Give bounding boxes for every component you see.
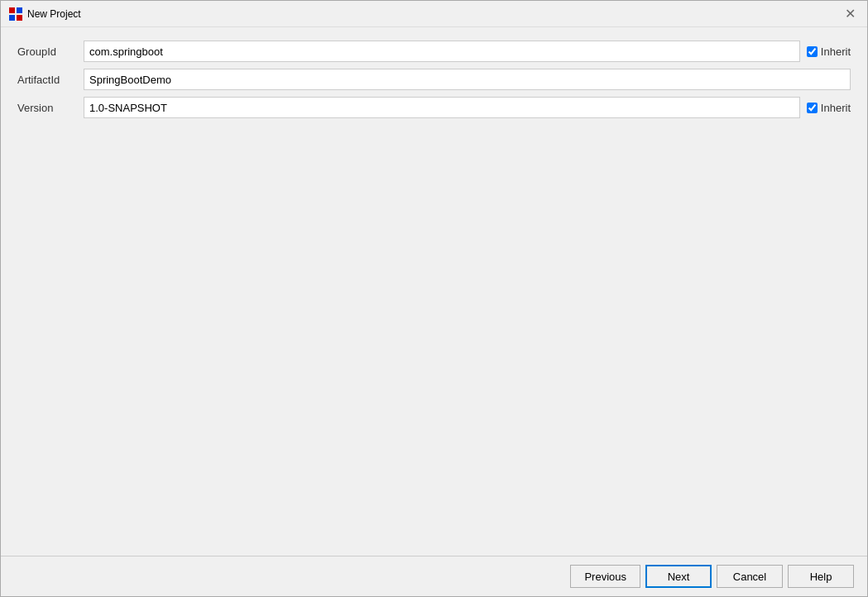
svg-rect-2 <box>9 15 15 21</box>
groupid-row: GroupId Inherit <box>17 41 851 62</box>
groupid-inherit-wrapper: Inherit <box>807 45 851 58</box>
version-row: Version Inherit <box>17 97 851 118</box>
app-icon <box>9 7 22 21</box>
artifactid-row: ArtifactId <box>17 69 851 90</box>
dialog-body: GroupId Inherit ArtifactId Version Inher… <box>1 27 867 556</box>
new-project-dialog: New Project ✕ GroupId Inherit ArtifactId… <box>0 0 868 597</box>
version-label: Version <box>17 102 84 114</box>
svg-rect-1 <box>17 7 22 13</box>
dialog-footer: Previous Next Cancel Help <box>1 556 867 596</box>
title-bar: New Project ✕ <box>1 1 867 27</box>
previous-button[interactable]: Previous <box>570 565 640 588</box>
artifactid-label: ArtifactId <box>17 74 84 86</box>
version-inherit-label: Inherit <box>821 102 851 114</box>
version-inherit-wrapper: Inherit <box>807 102 851 114</box>
version-input[interactable] <box>84 97 800 118</box>
close-button[interactable]: ✕ <box>842 6 859 22</box>
svg-rect-0 <box>9 7 15 13</box>
help-button[interactable]: Help <box>788 565 854 588</box>
next-button[interactable]: Next <box>645 565 712 588</box>
version-inherit-checkbox[interactable] <box>807 103 818 113</box>
cancel-button[interactable]: Cancel <box>717 565 783 588</box>
groupid-input[interactable] <box>84 41 800 62</box>
groupid-inherit-checkbox[interactable] <box>807 46 818 57</box>
groupid-inherit-label: Inherit <box>821 45 851 58</box>
artifactid-input[interactable] <box>84 69 851 90</box>
svg-rect-3 <box>17 15 22 21</box>
groupid-label: GroupId <box>17 45 84 58</box>
dialog-title: New Project <box>27 8 842 20</box>
